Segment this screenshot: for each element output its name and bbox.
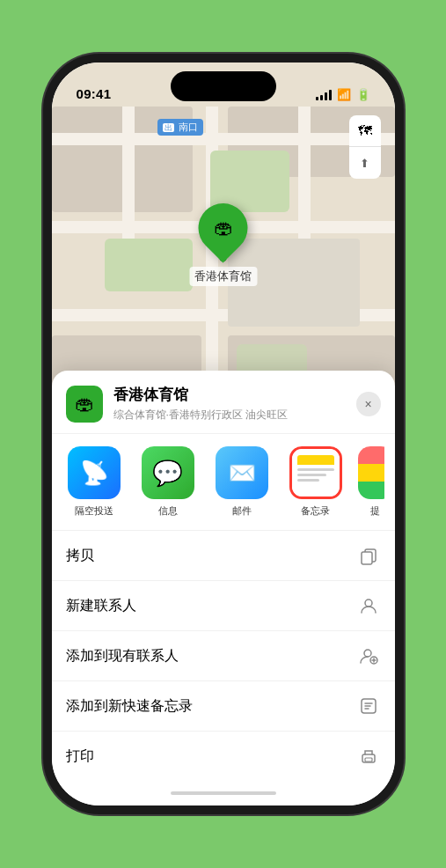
- wifi-icon: 📶: [337, 88, 351, 101]
- home-indicator: [171, 791, 276, 795]
- message-label: 信息: [158, 504, 178, 518]
- notes-line-1: [297, 468, 334, 471]
- print-icon: [356, 744, 381, 769]
- action-copy[interactable]: 拷贝: [52, 531, 395, 581]
- venue-header: 🏟 香港体育馆 综合体育馆·香港特别行政区 油尖旺区 ×: [52, 385, 395, 434]
- new-contact-icon: [356, 593, 381, 618]
- map-controls: 🗺 ⬆: [349, 115, 381, 179]
- add-contact-icon: [356, 644, 381, 668]
- action-print[interactable]: 打印: [52, 732, 395, 781]
- svg-rect-1: [362, 552, 372, 564]
- svg-point-2: [365, 600, 372, 607]
- signal-icon: [316, 90, 332, 100]
- home-indicator-area: [52, 781, 395, 805]
- battery-icon: 🔋: [356, 88, 370, 101]
- map-type-icon: 🗺: [358, 123, 372, 139]
- share-more[interactable]: 提: [358, 446, 384, 518]
- venue-info: 香港体育馆 综合体育馆·香港特别行政区 油尖旺区: [113, 385, 356, 423]
- mail-label: 邮件: [232, 504, 252, 518]
- airdrop-label: 隔空投送: [75, 504, 113, 518]
- notes-line-2: [297, 474, 327, 476]
- map-label: 出 香港体育馆南口: [157, 119, 203, 136]
- action-add-contact[interactable]: 添加到现有联系人: [52, 631, 395, 681]
- message-icon: 💬: [142, 446, 194, 499]
- notes-header-bar: [297, 455, 334, 465]
- venue-subtitle: 综合体育馆·香港特别行政区 油尖旺区: [113, 408, 356, 423]
- venue-name: 香港体育馆: [113, 385, 356, 405]
- notes-label: 备忘录: [301, 504, 330, 518]
- action-add-contact-label: 添加到现有联系人: [66, 647, 356, 666]
- close-icon: ×: [364, 397, 371, 411]
- action-print-label: 打印: [66, 747, 356, 766]
- dynamic-island: [171, 71, 276, 101]
- share-items: 📡 隔空投送 💬 信息 ✉️ 邮件: [62, 446, 384, 518]
- copy-icon: [356, 543, 381, 568]
- venue-emoji-icon: 🏟: [75, 393, 94, 416]
- action-copy-label: 拷贝: [66, 547, 356, 565]
- svg-point-3: [364, 650, 371, 657]
- marker-label: 香港体育馆: [189, 267, 257, 286]
- quick-note-icon: [356, 694, 381, 718]
- location-marker: 🏟 香港体育馆: [189, 203, 257, 286]
- action-quick-note[interactable]: 添加到新快速备忘录: [52, 681, 395, 732]
- bottom-sheet: 🏟 香港体育馆 综合体育馆·香港特别行政区 油尖旺区 × 📡 隔空投送: [52, 371, 395, 805]
- action-new-contact-label: 新建联系人: [66, 597, 356, 615]
- more-icon: [358, 446, 384, 499]
- venue-icon: 🏟: [66, 386, 103, 423]
- airdrop-icon: 📡: [68, 446, 121, 499]
- share-row: 📡 隔空投送 💬 信息 ✉️ 邮件: [52, 434, 395, 531]
- phone-frame: 09:41 📶 🔋 出 香港体育馆南: [52, 63, 395, 805]
- share-message[interactable]: 💬 信息: [136, 446, 200, 518]
- location-button[interactable]: ⬆: [349, 147, 381, 179]
- map-type-button[interactable]: 🗺: [349, 115, 381, 147]
- share-notes[interactable]: 备忘录: [284, 446, 347, 518]
- svg-rect-9: [365, 758, 372, 761]
- notes-line-3: [297, 479, 319, 482]
- share-airdrop[interactable]: 📡 隔空投送: [62, 446, 126, 518]
- action-quick-note-label: 添加到新快速备忘录: [66, 697, 356, 716]
- status-time: 09:41: [77, 86, 112, 101]
- marker-pin: 🏟: [188, 193, 258, 262]
- location-icon: ⬆: [360, 157, 369, 170]
- status-icons: 📶 🔋: [316, 88, 370, 101]
- notes-icon: [289, 446, 342, 499]
- mail-icon: ✉️: [216, 446, 268, 499]
- more-label: 提: [370, 504, 380, 518]
- close-button[interactable]: ×: [356, 392, 381, 416]
- share-mail[interactable]: ✉️ 邮件: [210, 446, 274, 518]
- venue-pin-icon: 🏟: [214, 217, 233, 239]
- action-new-contact[interactable]: 新建联系人: [52, 581, 395, 631]
